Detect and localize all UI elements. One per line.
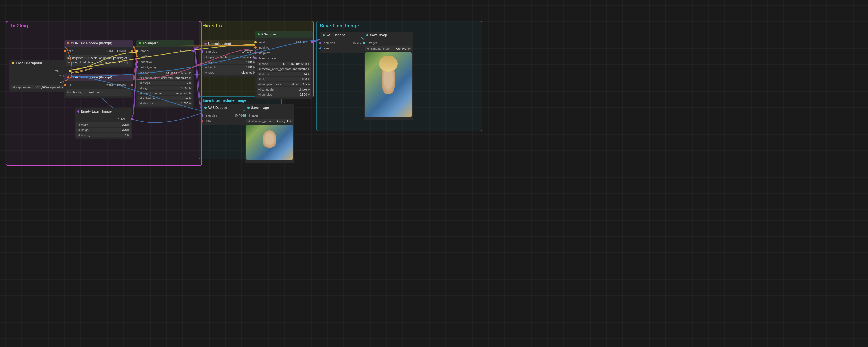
port-latent-out[interactable] [311,41,313,43]
field-batch-latent[interactable]: ◀ batch_size 1 ▶ [76,133,131,137]
field-upscale-height[interactable]: ◀ height 1152 ▶ [204,65,256,69]
arrow-left[interactable]: ◀ [139,81,142,85]
port-samples-in[interactable] [319,42,321,44]
arrow-right[interactable]: ▶ [189,102,191,105]
field-cfg-main[interactable]: ◀ cfg 8.000 ▶ [138,86,192,90]
field-filename-intermediate[interactable]: ◀ filename_prefix ComfyUI ▶ [246,119,293,123]
arrow-right[interactable]: ▶ [308,93,310,96]
port-clip-in[interactable] [64,50,66,52]
field-upscale-width[interactable]: ◀ width 1152 ▶ [204,60,256,64]
arrow-right[interactable]: ▶ [308,67,310,70]
arrow-left[interactable]: ◀ [77,133,81,137]
port-samples-in[interactable] [201,51,204,53]
port-conditioning-neg-out[interactable] [131,84,133,86]
arrow-left[interactable]: ◀ [205,60,208,64]
arrow-right[interactable]: ▶ [308,62,310,65]
field-denoise-hires[interactable]: ◀ denoise 0.500 ▶ [256,92,311,97]
arrow-left[interactable]: ◀ [257,72,261,76]
port-images-in[interactable] [363,42,365,44]
field-steps-main[interactable]: ◀ steps 12 ▶ [138,81,192,85]
port-positive-in[interactable] [254,47,256,49]
arrow-left[interactable]: ◀ [139,76,142,80]
field-width-latent[interactable]: ◀ width 768 ▶ [76,122,131,127]
arrow-right[interactable]: ▶ [308,88,310,91]
arrow-right[interactable]: ▶ [308,77,310,81]
port-model-out[interactable] [69,70,71,72]
arrow-right[interactable]: ▶ [189,76,191,80]
field-steps-hires[interactable]: ◀ steps 14 ▶ [256,72,311,76]
field-denoise-main[interactable]: ◀ denoise 1.000 ▶ [138,101,192,106]
arrow-left[interactable]: ◀ [139,86,142,90]
arrow-right[interactable]: ▶ [189,91,191,95]
port-model-in[interactable] [136,50,138,52]
arrow-right[interactable]: ▶ [189,81,191,85]
arrow-left[interactable]: ◀ [139,91,142,95]
arrow-left[interactable]: ◀ [205,70,208,74]
save-images-row: images [364,40,413,46]
arrow-right[interactable]: ▶ [189,71,191,75]
field-cfg-hires[interactable]: ◀ cfg 8.000 ▶ [256,77,311,81]
arrow-left[interactable]: ◀ [205,65,208,69]
arrow-left[interactable]: ◀ [205,55,208,59]
steps-label: steps [142,81,184,85]
arrow-left[interactable]: ◀ [257,88,261,91]
port-negative-in[interactable] [136,61,138,63]
field-seed-hires[interactable]: ◀ seed 469771604043268 ▶ [256,61,311,66]
port-latent-in[interactable] [254,57,256,59]
arrow-right[interactable]: ▶ [189,96,191,100]
node-ksampler-hires-title: KSampler [261,32,276,36]
port-model-in[interactable] [254,41,256,43]
clip-negative-textarea[interactable]: bad hands, text, watermark [66,89,131,96]
arrow-right[interactable]: ▶ [408,47,410,50]
arrow-right[interactable]: ▶ [308,72,310,76]
height-value: 768 [121,128,127,132]
arrow-left[interactable]: ◀ [77,123,81,126]
arrow-left[interactable]: ◀ [139,96,142,100]
field-upscale-method[interactable]: ◀ upscale_method nearest-exact ▶ [204,55,256,59]
arrow-left[interactable]: ◀ [247,119,251,123]
arrow-right[interactable]: ▶ [289,119,292,123]
field-sampler-hires[interactable]: ◀ sampler_name dpmpp_2m ▶ [256,82,311,86]
port-images-in[interactable] [244,114,246,117]
field-seed-main[interactable]: ◀ seed 89848141647836 ▶ [138,70,192,75]
arrow-right[interactable]: ▶ [308,83,310,86]
arrow-right[interactable]: ▶ [127,133,130,137]
arrow-left[interactable]: ◀ [257,67,261,70]
field-scheduler-main[interactable]: ◀ scheduler normal ▶ [138,96,192,100]
arrow-left[interactable]: ◀ [366,47,369,50]
arrow-right[interactable]: ▶ [189,86,191,90]
arrow-right[interactable]: ▶ [127,123,130,126]
port-latent-out[interactable] [131,118,133,120]
field-arrow-left[interactable]: ◀ [12,85,15,89]
arrow-left[interactable]: ◀ [257,83,261,86]
port-clip-neg-in[interactable] [64,84,66,86]
arrow-left[interactable]: ◀ [257,77,261,81]
preview-image-main [365,52,412,117]
arrow-left[interactable]: ◀ [139,102,142,105]
arrow-left[interactable]: ◀ [77,128,81,132]
output-row-model: MODEL [9,68,70,74]
field-filename-final[interactable]: ◀ filename_prefix ComfyUI ▶ [365,46,412,51]
arrow-left[interactable]: ◀ [139,71,142,75]
arrow-left[interactable]: ◀ [257,93,261,96]
seed-label: seed [261,62,281,65]
port-positive-in[interactable] [136,55,138,57]
port-conditioning-out[interactable] [131,50,133,52]
field-control-hires[interactable]: ◀ control_after_generate randomize ▶ [256,67,311,71]
port-negative-in[interactable] [254,52,256,54]
port-samples-in[interactable] [201,114,204,117]
field-sampler-main[interactable]: ◀ sampler_name dpmpp_sde ▶ [138,91,192,95]
port-latent-out[interactable] [192,50,194,52]
field-height-latent[interactable]: ◀ height 768 ▶ [76,127,131,132]
node-save-image-final-title: Save Image [370,33,388,37]
port-latent-in[interactable] [136,66,138,68]
field-control-main[interactable]: ◀ control_after_generate randomize ▶ [138,76,192,80]
clip-positive-textarea[interactable]: masterpiece HDR victorian portrait paint… [66,55,131,66]
field-scheduler-hires[interactable]: ◀ scheduler simple ▶ [256,87,311,92]
field-ckpt-name[interactable]: ◀ ckpt_name v2-1_768-ema-pruned.ckpt ▶ [11,85,69,89]
arrow-right[interactable]: ▶ [127,128,130,132]
port-vae-in[interactable] [201,120,204,122]
port-vae-in[interactable] [319,47,321,50]
field-upscale-crop[interactable]: ◀ crop disabled ▶ [204,70,256,75]
arrow-left[interactable]: ◀ [257,62,261,65]
